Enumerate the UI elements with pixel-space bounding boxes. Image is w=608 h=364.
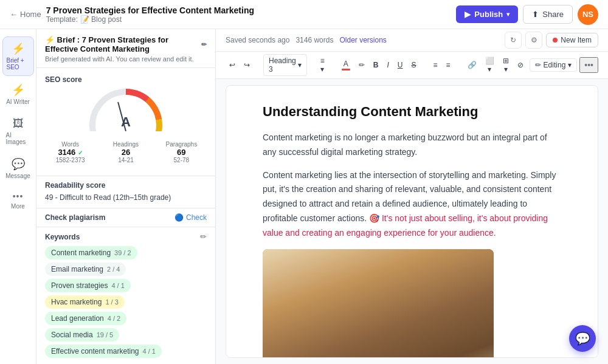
align-group: ≡ ▾ [317, 55, 328, 75]
left-sidebar: ⚡ Brief + SEO ⚡ AI Writer 🖼 AI Images 💬 … [0, 29, 36, 364]
keywords-header: Keywords ✏ [45, 232, 207, 241]
message-label: Message [5, 173, 30, 179]
italic-button[interactable]: I [383, 59, 392, 71]
content-image [263, 249, 494, 358]
readability-section: Readability score 49 - Difficult to Read… [36, 181, 215, 208]
stat-paragraphs: Paragraphs 69 52-78 [156, 141, 207, 163]
keywords-edit-icon[interactable]: ✏ [200, 232, 207, 241]
new-item-label: New Item [561, 36, 592, 44]
new-item-button[interactable]: New Item [546, 33, 598, 47]
brief-subtitle: Brief generated with AI. You can review … [45, 55, 207, 63]
topbar-left: ← Home 7 Proven Strategies for Effective… [10, 5, 254, 24]
strikethrough-button[interactable]: S [408, 59, 420, 71]
chat-icon: 💬 [575, 331, 590, 346]
image-placeholder [263, 249, 494, 358]
table-button[interactable]: ⊞ ▾ [499, 55, 513, 75]
keyword-email-marketing: Email marketing 2 / 4 [45, 263, 126, 276]
align-button[interactable]: ≡ ▾ [317, 55, 328, 75]
content-h1: Understanding Content Marketing [263, 104, 561, 120]
editor-area: Saved seconds ago 3146 words Older versi… [216, 29, 608, 364]
keyword-effective-content: Effective content marketing 4 / 1 [45, 345, 162, 358]
highlight-button[interactable]: ✏ [355, 59, 368, 71]
check-icon: 🔵 [174, 213, 184, 222]
editor-toolbar: ↩ ↪ Heading 3 ▾ ≡ ▾ A ✏ [216, 52, 608, 79]
publish-button[interactable]: ▶ Publish ▾ [456, 5, 518, 23]
doc-title: 7 Proven Strategies for Effective Conten… [46, 5, 254, 15]
link-button[interactable]: 🔗 [464, 59, 480, 71]
gauge-wrap: A [89, 89, 162, 131]
underline-button[interactable]: U [394, 59, 407, 71]
seo-section: SEO score A Words 3146 ✓ 1582-2373 Headi… [36, 68, 215, 171]
heading-select[interactable]: Heading 3 ▾ [263, 54, 307, 76]
redo-button[interactable]: ↪ [240, 59, 254, 71]
keyword-social-media: Social media 19 / 5 [45, 328, 119, 342]
font-color-bar [342, 69, 350, 70]
user-avatar[interactable]: NS [578, 4, 598, 25]
seo-title: SEO score [45, 75, 207, 84]
readability-title: Readability score [45, 181, 207, 190]
older-versions-link[interactable]: Older versions [339, 36, 386, 44]
editor-content[interactable]: Understanding Content Marketing Content … [226, 85, 598, 358]
extra-formats-button[interactable]: ⊘ [514, 59, 527, 71]
format-group: A ✏ B I U S [338, 58, 420, 72]
main-layout: ⚡ Brief + SEO ⚡ AI Writer 🖼 AI Images 💬 … [0, 29, 608, 364]
keywords-section: Keywords ✏ Content marketing 39 / 2 Emai… [36, 227, 215, 363]
message-icon: 💬 [12, 157, 25, 171]
sidebar-item-more[interactable]: ••• More [2, 187, 34, 215]
gauge-letter: A [121, 114, 131, 130]
brief-title: ⚡ Brief : 7 Proven Strategies for Effect… [45, 35, 207, 53]
ordered-list-button[interactable]: ≡ [430, 59, 441, 71]
sidebar-item-message[interactable]: 💬 Message [2, 153, 34, 184]
font-color-button[interactable]: A [338, 58, 354, 72]
image-button[interactable]: ⬜ ▾ [482, 55, 498, 75]
template-tag: Template: 📝 Blog post [46, 15, 254, 24]
ai-images-label: AI Images [6, 132, 30, 145]
sidebar-item-ai-writer[interactable]: ⚡ AI Writer [2, 78, 34, 110]
home-button[interactable]: ← Home [10, 10, 41, 19]
sidebar-item-brief[interactable]: ⚡ Brief + SEO [2, 36, 34, 76]
chat-bubble-button[interactable]: 💬 [569, 325, 596, 352]
plagiarism-check-button[interactable]: 🔵 Check [174, 213, 207, 222]
saved-status: Saved seconds ago [226, 36, 289, 44]
sidebar-item-ai-images[interactable]: 🖼 AI Images [2, 112, 34, 150]
keyword-hvac-marketing: Hvac marketing 1 / 3 [45, 295, 125, 309]
check-label: Check [186, 213, 207, 222]
panel-header: ⚡ Brief : 7 Proven Strategies for Effect… [36, 29, 215, 68]
stat-headings: Headings 26 14-21 [100, 141, 151, 163]
content-para-1: Content marketing is no longer a marketi… [263, 131, 561, 160]
share-button[interactable]: ⬆ Share [523, 5, 573, 24]
editing-mode-button[interactable]: ✏ Editing ▾ [530, 58, 578, 72]
seo-gauge: A [45, 89, 207, 134]
home-icon: ← [10, 10, 18, 19]
settings-icon-btn[interactable]: ⚙ [525, 32, 542, 49]
brief-icon: ⚡ [12, 42, 25, 55]
editor-meta: Saved seconds ago 3146 words Older versi… [226, 36, 387, 44]
edit-brief-icon[interactable]: ✏ [201, 41, 207, 49]
readability-score: 49 - Difficult to Read (12th–15th grade) [45, 193, 207, 202]
ai-writer-label: AI Writer [6, 98, 30, 105]
keyword-tags: Content marketing 39 / 2 Email marketing… [45, 246, 207, 358]
brief-label: Brief + SEO [7, 57, 30, 70]
stats-row: Words 3146 ✓ 1582-2373 Headings 26 14-21… [45, 141, 207, 163]
share-icon: ⬆ [532, 10, 539, 19]
more-options-button[interactable]: ••• [579, 57, 598, 73]
undo-redo-group: ↩ ↪ [226, 59, 254, 71]
editor-topbar: Saved seconds ago 3146 words Older versi… [216, 29, 608, 52]
plagiarism-section: Check plagiarism 🔵 Check [36, 208, 215, 227]
keyword-proven-strategies: Proven strategies 4 / 1 [45, 279, 131, 292]
insert-group: 🔗 ⬜ ▾ ⊞ ▾ ⊘ [464, 55, 527, 75]
bold-button[interactable]: B [370, 59, 382, 71]
unordered-list-button[interactable]: ≡ [443, 59, 454, 71]
publish-icon: ▶ [465, 10, 471, 19]
font-color-indicator: A [342, 60, 350, 70]
publish-chevron-icon: ▾ [506, 11, 510, 18]
refresh-icon-btn[interactable]: ↻ [505, 32, 522, 49]
ai-writer-icon: ⚡ [12, 83, 25, 97]
content-para-2: Content marketing lies at the intersecti… [263, 168, 561, 241]
undo-button[interactable]: ↩ [226, 59, 239, 71]
keyword-content-marketing: Content marketing 39 / 2 [45, 246, 137, 259]
list-group: ≡ ≡ [430, 59, 454, 71]
stat-words: Words 3146 ✓ 1582-2373 [45, 141, 95, 163]
top-bar: ← Home 7 Proven Strategies for Effective… [0, 0, 608, 29]
heading-select-label: Heading 3 [269, 57, 296, 74]
